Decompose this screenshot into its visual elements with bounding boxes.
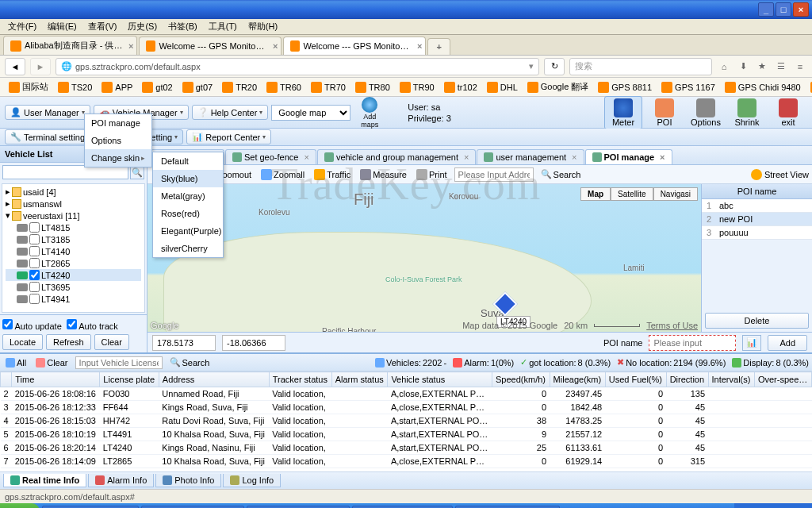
user-manager-menu[interactable]: 👤 User Manager ▾ [5,105,90,120]
grid-row[interactable]: 32015-06-26 18:12:33FF644Kings Road, Suv… [1,401,812,414]
download-icon[interactable]: ⬇ [736,60,750,74]
browser-menu-item[interactable]: 查看(V) [83,19,122,34]
bookmark-item[interactable]: TR70 [307,80,350,94]
browser-menu-item[interactable]: 编辑(E) [43,19,82,34]
terms-link[interactable]: Terms of Use [646,321,698,330]
subtab[interactable]: vehicle and group management× [317,149,477,164]
bookmark-item[interactable]: gt07 [178,80,216,94]
browser-menu-item[interactable]: 文件(F) [3,19,41,34]
close-button[interactable]: × [793,2,809,17]
browser-menu-item[interactable]: 书签(B) [163,19,202,34]
auto-update-check[interactable]: Auto update [2,319,62,331]
subtab-close-icon[interactable]: × [464,152,469,162]
map-canvas[interactable]: Fiji Korolevu Korovou Suva Colo-I-Suva F… [147,184,701,332]
bottom-tab[interactable]: Alarm Info [88,474,154,487]
tree-group[interactable]: ▾ veerustaxi [11] [6,210,141,221]
subtab-close-icon[interactable]: × [572,152,576,162]
tree-vehicle[interactable]: LT4240 [6,269,141,281]
bookmark-item[interactable]: APP [98,80,136,94]
map-type-button[interactable]: Satellite [611,187,653,201]
vehicle-tree[interactable]: ▸ usaid [4]▸ usmanswl▾ veerustaxi [11] L… [2,183,145,313]
bookmark-item[interactable]: TR20 [218,80,261,94]
grid-header[interactable]: Address [159,372,269,387]
browser-tab[interactable]: Alibaba制造商目录 - 供…× [3,36,137,55]
bookmark-item[interactable]: TR80 [351,80,394,94]
traffic-button[interactable]: Traffic [312,167,353,182]
tree-vehicle[interactable]: LT3185 [6,233,141,245]
shrink-button[interactable]: Shrink [728,97,766,129]
browser-menu-item[interactable]: 工具(T) [204,19,242,34]
menu-poi-manage[interactable]: POI manage [85,114,151,132]
tree-group[interactable]: ▸ usmanswl [6,198,141,210]
bookmark-item[interactable]: 8169 [806,80,812,94]
bookmark-item[interactable]: TR90 [396,80,439,94]
tab-close-icon[interactable]: × [128,41,133,51]
grid-search-button[interactable]: 🔍 Search [167,356,213,368]
subtab[interactable]: Set geo-fence× [225,149,316,164]
grid-row[interactable]: 72015-06-26 18:14:09LT286510 Khalsa Road… [1,455,812,468]
lon-input[interactable] [152,335,216,351]
skin-option[interactable]: silverCherry [153,240,223,257]
vehicle-check[interactable] [29,222,40,233]
terminal-setting-menu[interactable]: 🔧 Terminal setting ▾ [5,129,96,144]
bookmark-item[interactable]: TR60 [262,80,305,94]
grid-row[interactable]: 42015-06-26 18:15:03HH742Ratu Dovi Road,… [1,414,812,428]
back-button[interactable]: ◄ [5,58,25,75]
home-icon[interactable]: ⌂ [717,60,731,74]
grid-clear-button[interactable]: Clear [33,357,70,368]
grid-header[interactable]: Tracker status [269,372,331,387]
vehicle-check[interactable] [29,270,40,280]
options-button[interactable]: Options [687,97,725,129]
browser-menu-item[interactable]: 帮助(H) [243,19,282,34]
forward-button[interactable]: ► [30,58,51,75]
vehicle-check[interactable] [29,258,40,268]
grid-header[interactable]: Used Fuel(%) [605,372,666,387]
skin-option[interactable]: Rose(red) [153,205,223,222]
grid-header[interactable]: License plate [100,372,159,387]
minimize-button[interactable]: _ [758,2,774,17]
addons-icon[interactable]: ☰ [774,60,788,74]
bookmark-item[interactable]: gt02 [138,80,176,94]
bookmark-item[interactable]: TS20 [54,80,96,94]
grid-row[interactable]: 52015-06-26 18:10:19LT449110 Khalsa Road… [1,428,812,441]
grid-row[interactable]: 22015-06-26 18:08:16FO030Unnamed Road, F… [1,387,812,401]
tree-vehicle[interactable]: LT3695 [6,281,141,293]
vehicle-check[interactable] [29,234,40,244]
menu-options[interactable]: Options [85,132,151,149]
poi-row[interactable]: 1abc [702,199,812,213]
bottom-tab[interactable]: Photo Info [155,474,221,487]
browser-tab[interactable]: Welcome --- GPS Monitor Cen…× [283,37,426,55]
refresh-button[interactable]: Refresh [46,334,91,350]
browser-menu-item[interactable]: 历史(S) [123,19,162,34]
subtab-close-icon[interactable]: × [304,152,308,162]
map-provider-select[interactable]: Google map [271,105,350,121]
tree-vehicle[interactable]: LT4815 [6,221,141,233]
menu-icon[interactable]: ≡ [793,60,807,74]
grid-license-input[interactable] [75,356,163,369]
poi-button[interactable]: POI [645,97,684,129]
new-tab-button[interactable]: + [427,38,450,55]
bookmark-item[interactable]: tr102 [440,80,481,94]
tab-close-icon[interactable]: × [273,41,278,51]
bookmark-item[interactable]: 国际站 [5,79,52,94]
start-button[interactable]: 开始 [0,503,40,508]
data-grid[interactable]: TimeLicense plateAddressTracker statusAl… [0,371,812,471]
poi-row[interactable]: 2new POI [702,213,812,226]
vehicle-check[interactable] [29,294,40,304]
bookmark-item[interactable]: GPS 1167 [657,80,719,94]
browser-search[interactable]: 搜索 [569,58,712,75]
lat-input[interactable] [222,335,285,351]
grid-all-button[interactable]: All [3,357,29,368]
subtab[interactable]: user management× [477,149,584,164]
url-field[interactable]: 🌐 gps.sztrackpro.com/default.aspx ▾ [56,58,539,75]
grid-header[interactable]: Alarm status [331,372,388,387]
grid-header[interactable]: Time [12,372,100,387]
add-maps-button[interactable]: Add maps [354,97,385,129]
chart-icon[interactable]: 📊 [742,335,761,351]
system-tray[interactable]: 14:22 [734,503,812,508]
bookmark-item[interactable]: GPS 8811 [594,80,656,94]
skin-option[interactable]: Default [153,152,223,170]
grid-header[interactable]: Mileage(km) [550,372,605,387]
poi-table[interactable]: 1abc2new POI3pouuuu [702,199,812,240]
tree-group[interactable]: ▸ usaid [4] [6,186,141,198]
